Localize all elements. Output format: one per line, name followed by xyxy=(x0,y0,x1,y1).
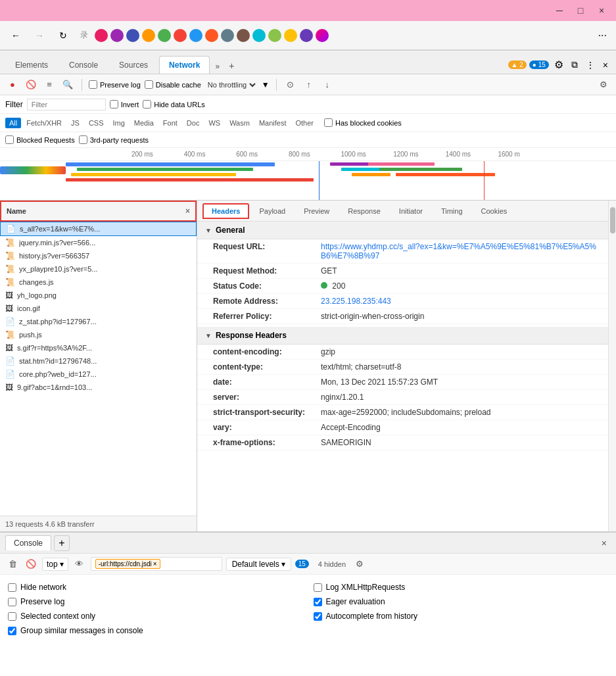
autocomplete-history-checkbox[interactable] xyxy=(314,612,322,621)
upload-icon[interactable]: ↑ xyxy=(302,78,316,92)
log-xhr-option[interactable]: Log XMLHttpRequests xyxy=(314,583,609,592)
invert-checkbox[interactable]: Invert xyxy=(110,100,139,109)
tab-network[interactable]: Network xyxy=(159,56,210,74)
filter-tag-close[interactable]: × xyxy=(153,560,157,567)
file-item[interactable]: 📄s_all?ex=1&kw=%E7%... xyxy=(0,222,197,236)
blocked-requests-input[interactable] xyxy=(5,135,14,144)
type-btn-ws[interactable]: WS xyxy=(204,118,224,128)
file-item[interactable]: 🖼9.gif?abc=1&rnd=103... xyxy=(0,381,197,394)
general-section-header[interactable]: ▼ General xyxy=(197,222,608,239)
favicon-1[interactable] xyxy=(95,29,108,42)
tab-console[interactable]: Console xyxy=(59,56,108,74)
preserve-log-input[interactable] xyxy=(89,80,97,89)
console-stop-button[interactable]: 🚫 xyxy=(24,557,38,571)
htab-payload[interactable]: Payload xyxy=(250,204,294,218)
type-btn-wasm[interactable]: Wasm xyxy=(225,118,254,128)
favicon-5[interactable] xyxy=(158,29,171,42)
restore-button[interactable]: □ xyxy=(571,1,590,20)
more-tabs-button[interactable]: » xyxy=(211,59,224,74)
disable-cache-checkbox[interactable]: Disable cache xyxy=(145,80,201,89)
favicon-9[interactable] xyxy=(221,29,234,42)
wifi-icon[interactable]: ⊙ xyxy=(283,78,298,92)
filter-input[interactable] xyxy=(27,99,106,110)
browser-more-button[interactable]: ··· xyxy=(594,30,611,41)
console-eye-button[interactable]: 👁 xyxy=(72,557,87,571)
console-context-selector[interactable]: top ▾ xyxy=(42,558,68,571)
add-tab-button[interactable]: + xyxy=(225,58,238,74)
hide-data-urls-checkbox[interactable]: Hide data URLs xyxy=(143,100,205,109)
filter-icon-button[interactable]: ≡ xyxy=(42,78,57,92)
response-headers-section-header[interactable]: ▼ Response Headers xyxy=(197,327,608,345)
close-button[interactable]: × xyxy=(592,1,611,20)
hide-data-urls-input[interactable] xyxy=(143,100,151,109)
favicon-14[interactable] xyxy=(300,29,313,42)
preserve-log-console-option[interactable]: Preserve log xyxy=(8,597,303,606)
selected-context-option[interactable]: Selected context only xyxy=(8,612,303,621)
minimize-button[interactable]: ─ xyxy=(550,1,569,20)
console-tab-button[interactable]: Console xyxy=(5,535,51,550)
file-item[interactable]: 📜history.js?ver=566357 xyxy=(0,249,197,262)
forward-button[interactable]: → xyxy=(29,25,50,46)
type-btn-font[interactable]: Font xyxy=(159,118,181,128)
type-btn-doc[interactable]: Doc xyxy=(183,118,204,128)
vertical-scrollbar[interactable] xyxy=(608,201,616,531)
add-console-tab[interactable]: + xyxy=(54,535,70,551)
log-xhr-checkbox[interactable] xyxy=(314,583,322,592)
htab-timing[interactable]: Timing xyxy=(433,204,471,218)
favicon-6[interactable] xyxy=(174,29,187,42)
hide-network-checkbox[interactable] xyxy=(8,583,16,592)
devtools-dock-button[interactable]: ⧉ xyxy=(569,59,580,70)
eager-eval-option[interactable]: Eager evaluation xyxy=(314,597,609,606)
disable-cache-input[interactable] xyxy=(145,80,153,89)
preserve-log-checkbox[interactable]: Preserve log xyxy=(89,80,141,89)
close-console-button[interactable]: × xyxy=(598,538,611,548)
refresh-button[interactable]: ↻ xyxy=(53,25,74,46)
tab-elements[interactable]: Elements xyxy=(5,56,58,74)
file-item[interactable]: 🖼s.gif?r=https%3A%2F... xyxy=(0,341,197,354)
favicon-4[interactable] xyxy=(142,29,155,42)
console-levels-selector[interactable]: Default levels ▾ xyxy=(226,558,291,571)
back-button[interactable]: ← xyxy=(5,25,26,46)
clear-button[interactable]: 🚫 xyxy=(24,78,38,92)
record-button[interactable]: ● xyxy=(5,78,20,92)
favicon-8[interactable] xyxy=(205,29,218,42)
htab-cookies[interactable]: Cookies xyxy=(473,204,516,218)
file-item[interactable]: 📜changes.js xyxy=(0,276,197,289)
selected-context-checkbox[interactable] xyxy=(8,612,16,621)
third-party-input[interactable] xyxy=(79,135,87,144)
file-item[interactable]: 📄z_stat.php?id=127967... xyxy=(0,315,197,328)
file-item[interactable]: 📜jquery.min.js?ver=566... xyxy=(0,236,197,249)
favicon-3[interactable] xyxy=(126,29,139,42)
type-btn-other[interactable]: Other xyxy=(291,118,318,128)
autocomplete-history-option[interactable]: Autocomplete from history xyxy=(314,612,609,621)
type-btn-img[interactable]: Img xyxy=(109,118,129,128)
file-item[interactable]: 🖼icon.gif xyxy=(0,302,197,315)
htab-initiator[interactable]: Initiator xyxy=(391,204,431,218)
file-item[interactable]: 📜yx_playpre10.js?ver=5... xyxy=(0,262,197,276)
file-item[interactable]: 📜push.js xyxy=(0,328,197,341)
favicon-2[interactable] xyxy=(110,29,124,42)
devtools-settings-button[interactable]: ⚙ xyxy=(552,59,566,71)
throttling-select[interactable]: No throttling xyxy=(205,80,258,89)
type-btn-fetchxhr[interactable]: Fetch/XHR xyxy=(22,118,66,128)
invert-input[interactable] xyxy=(110,100,118,109)
favicon-10[interactable] xyxy=(237,29,250,42)
htab-headers[interactable]: Headers xyxy=(202,203,249,219)
tab-sources[interactable]: Sources xyxy=(109,56,158,74)
file-item[interactable]: 📄core.php?web_id=127... xyxy=(0,368,197,381)
name-column-close[interactable]: × xyxy=(185,206,190,216)
group-similar-option[interactable]: Group similar messages in console xyxy=(8,626,303,635)
network-settings-icon[interactable]: ⚙ xyxy=(596,78,611,92)
htab-response[interactable]: Response xyxy=(339,204,389,218)
htab-preview[interactable]: Preview xyxy=(295,204,338,218)
favicon-12[interactable] xyxy=(268,29,281,42)
favicon-7[interactable] xyxy=(189,29,202,42)
favicon-15[interactable] xyxy=(316,29,329,42)
type-btn-all[interactable]: All xyxy=(5,118,21,128)
type-btn-js[interactable]: JS xyxy=(67,118,83,128)
preserve-log-console-checkbox[interactable] xyxy=(8,598,16,606)
hide-network-option[interactable]: Hide network xyxy=(8,583,303,592)
type-btn-media[interactable]: Media xyxy=(130,118,158,128)
console-settings-button[interactable]: ⚙ xyxy=(352,557,367,571)
file-item[interactable]: 🖼yh_logo.png xyxy=(0,289,197,302)
